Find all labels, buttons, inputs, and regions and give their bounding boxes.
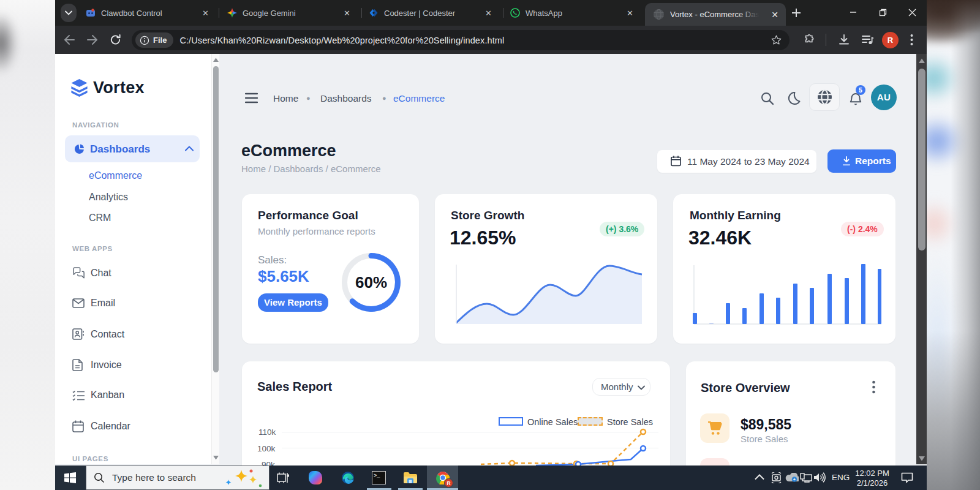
svg-text:60%: 60% (355, 273, 387, 292)
